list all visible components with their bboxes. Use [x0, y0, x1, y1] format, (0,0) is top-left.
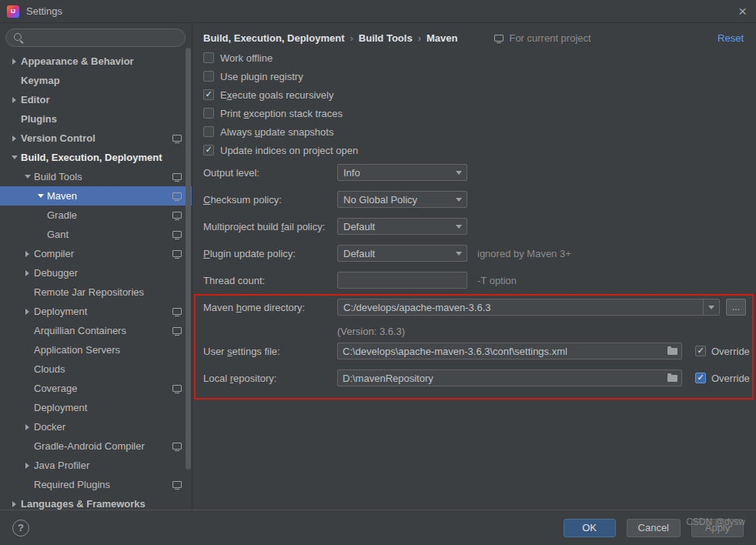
chevron-right-icon[interactable] [8, 90, 21, 109]
sidebar-item-keymap[interactable]: Keymap [0, 71, 192, 90]
override-checkbox-icon[interactable]: ✓ [695, 373, 706, 383]
override-label: Override [711, 346, 750, 357]
maven-home-combobox[interactable]: C:/develops/apache-maven-3.6.3 [337, 299, 720, 316]
close-icon[interactable]: × [738, 4, 747, 18]
user-settings-override[interactable]: ✓ Override [695, 346, 750, 357]
breadcrumb-build-tools[interactable]: Build Tools [359, 32, 413, 44]
sidebar-item-plugins[interactable]: Plugins [0, 109, 192, 129]
local-repository-override[interactable]: ✓ Override [695, 373, 750, 384]
combobox-value: C:/develops/apache-maven-3.6.3 [338, 302, 703, 313]
check-icon: ✓ [205, 145, 212, 154]
chevron-down-icon[interactable] [21, 167, 34, 186]
sidebar-item-appearance-behavior[interactable]: Appearance & Behavior [0, 52, 192, 71]
settings-sidebar: Appearance & Behavior Keymap Editor Plug… [0, 23, 192, 510]
sidebar-item-build-tools[interactable]: Build Tools [0, 167, 192, 186]
chevron-right-icon[interactable] [21, 244, 34, 263]
checkbox-box-icon[interactable]: ✓ [203, 145, 214, 155]
chevron-right-icon[interactable] [21, 302, 34, 321]
checkbox-label: Always update snapshots [220, 126, 333, 138]
monitor-icon [172, 212, 182, 219]
sidebar-item-editor[interactable]: Editor [0, 90, 192, 109]
chevron-right-icon[interactable] [8, 494, 21, 510]
sidebar-item-gant[interactable]: Gant [0, 225, 192, 244]
plugin-update-policy-label: Plugin update policy: [203, 248, 337, 259]
sidebar-item-languages-frameworks[interactable]: Languages & Frameworks [0, 494, 192, 510]
apply-button[interactable]: Apply [691, 519, 744, 537]
titlebar: IJ Settings × [0, 0, 756, 23]
checkbox-execute-goals-recursively[interactable]: ✓ Execute goals recursively [192, 85, 756, 104]
output-level-dropdown[interactable]: Info [337, 164, 467, 181]
sidebar-item-coverage[interactable]: Coverage [0, 379, 192, 398]
chevron-down-icon[interactable] [703, 299, 719, 315]
checkbox-box-icon[interactable] [203, 126, 214, 137]
cancel-button[interactable]: Cancel [627, 519, 681, 537]
browse-button[interactable]: ... [726, 299, 746, 316]
chevron-right-icon[interactable] [21, 263, 34, 283]
chevron-down-icon [451, 192, 467, 207]
chevron-down-icon[interactable] [34, 186, 47, 206]
sidebar-item-arquillian-containers[interactable]: Arquillian Containers [0, 321, 192, 340]
checkbox-label: Print exception stack traces [220, 108, 343, 119]
override-checkbox-icon[interactable]: ✓ [695, 346, 706, 356]
checkbox-box-icon[interactable] [203, 71, 214, 82]
sidebar-item-docker[interactable]: Docker [0, 417, 192, 436]
checksum-policy-dropdown[interactable]: No Global Policy [337, 191, 467, 208]
output-level-label: Output level: [203, 167, 337, 179]
intellij-logo-icon: IJ [7, 5, 19, 18]
checkbox-use-plugin-registry[interactable]: Use plugin registry [192, 67, 756, 85]
monitor-icon [494, 35, 503, 42]
checkbox-box-icon[interactable] [203, 108, 214, 119]
sidebar-item-clouds[interactable]: Clouds [0, 359, 192, 379]
checksum-policy-label: Checksum policy: [203, 194, 337, 206]
local-repository-row: Local repository: ✓ Override [192, 369, 756, 386]
plugin-update-policy-dropdown[interactable]: Default [337, 245, 467, 262]
ok-button[interactable]: OK [564, 519, 616, 537]
settings-tree: Appearance & Behavior Keymap Editor Plug… [0, 52, 192, 510]
checkbox-work-offline[interactable]: Work offline [192, 48, 756, 67]
user-settings-label: User settings file: [203, 346, 337, 357]
search-input[interactable] [28, 32, 178, 44]
sidebar-item-debugger[interactable]: Debugger [0, 263, 192, 283]
monitor-icon [172, 192, 182, 199]
chevron-down-icon [451, 219, 467, 234]
sidebar-item-version-control[interactable]: Version Control [0, 129, 192, 148]
sidebar-item-maven[interactable]: Maven [0, 186, 192, 206]
sidebar-item-deployment-2[interactable]: Deployment [0, 398, 192, 417]
local-repository-input[interactable] [337, 369, 682, 386]
search-box[interactable] [5, 28, 186, 47]
dropdown-value: Info [343, 167, 451, 179]
sidebar-item-build-execution-deployment[interactable]: Build, Execution, Deployment [0, 148, 192, 167]
chevron-right-icon[interactable] [8, 129, 21, 148]
chevron-right-icon[interactable] [21, 456, 34, 475]
fail-policy-dropdown[interactable]: Default [337, 218, 467, 235]
sidebar-scrollbar[interactable] [186, 48, 191, 470]
checkbox-box-icon[interactable] [203, 52, 214, 63]
checkbox-update-indices-on-project-open[interactable]: ✓ Update indices on project open [192, 141, 756, 159]
sidebar-item-gradle[interactable]: Gradle [0, 206, 192, 225]
folder-icon[interactable] [667, 348, 677, 355]
chevron-down-icon[interactable] [8, 148, 21, 167]
checkbox-always-update-snapshots[interactable]: Always update snapshots [192, 122, 756, 141]
sidebar-item-gradle-android-compiler[interactable]: Gradle-Android Compiler [0, 436, 192, 456]
sidebar-item-remote-jar-repositories[interactable]: Remote Jar Repositories [0, 283, 192, 302]
checkbox-print-exception-stack-traces[interactable]: Print exception stack traces [192, 104, 756, 122]
breadcrumb-separator: › [418, 32, 421, 44]
user-settings-file-input[interactable] [337, 343, 682, 359]
thread-count-input[interactable] [337, 272, 467, 289]
checkbox-box-icon[interactable]: ✓ [203, 89, 214, 100]
reset-link[interactable]: Reset [718, 32, 744, 44]
sidebar-item-compiler[interactable]: Compiler [0, 244, 192, 263]
sidebar-item-required-plugins[interactable]: Required Plugins [0, 475, 192, 494]
sidebar-item-application-servers[interactable]: Application Servers [0, 340, 192, 359]
user-settings-field [337, 343, 682, 359]
sidebar-item-java-profiler[interactable]: Java Profiler [0, 456, 192, 475]
help-icon[interactable]: ? [12, 520, 29, 537]
local-repository-field [337, 369, 682, 386]
folder-icon[interactable] [667, 375, 677, 382]
chevron-right-icon[interactable] [21, 417, 34, 436]
check-icon: ✓ [697, 346, 704, 355]
dropdown-value: Default [343, 221, 451, 232]
chevron-right-icon[interactable] [8, 52, 21, 71]
sidebar-item-deployment[interactable]: Deployment [0, 302, 192, 321]
breadcrumb-build-execution-deployment[interactable]: Build, Execution, Deployment [203, 32, 344, 44]
